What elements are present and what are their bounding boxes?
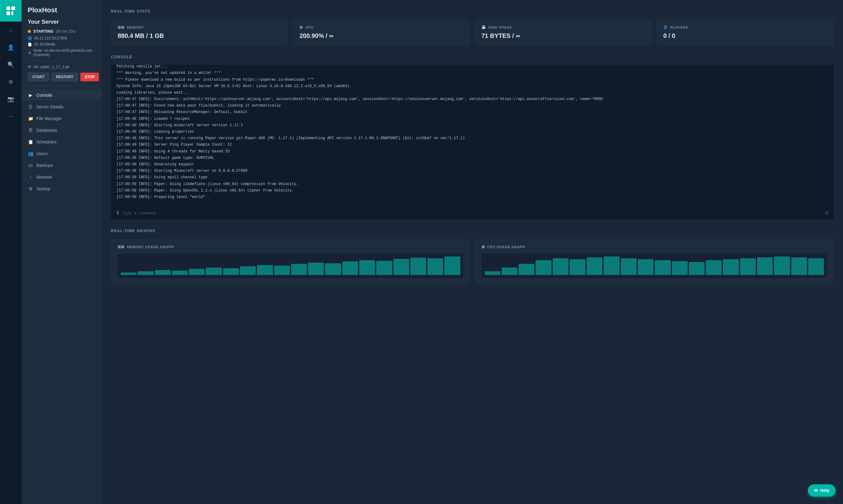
graph-bar — [553, 258, 568, 275]
console-input-row: $ ⧉ — [111, 206, 834, 219]
graph-bar — [257, 265, 273, 275]
nav-home[interactable]: ⌂ — [0, 21, 21, 39]
graph-bar — [359, 260, 375, 275]
memory-value: 880.4 MB / 1 GB — [118, 32, 281, 39]
graph-bar — [723, 259, 739, 275]
server-ip: 66.11.123.50:27809 — [34, 36, 67, 40]
logo[interactable] — [0, 0, 21, 21]
jar-icon: ⚙ — [28, 65, 31, 69]
home-icon: ⌂ — [9, 27, 13, 34]
sidebar-item-backups[interactable]: 🗃 Backups — [21, 160, 102, 171]
graph-bar — [485, 271, 500, 275]
server-id-row: 📄 ID: 67c6fedb — [28, 42, 95, 47]
memory-graph-label: MEMORY USAGE GRAPH — [127, 245, 174, 249]
memory-graph-header: ▦▦ MEMORY USAGE GRAPH — [118, 245, 463, 249]
user-icon: 👤 — [7, 44, 14, 51]
svg-rect-0 — [6, 6, 10, 10]
graph-bar — [444, 256, 460, 275]
main-content: REAL-TIME STATS ▦▦ MEMORY 880.4 MB / 1 G… — [102, 0, 843, 504]
sidebar-item-startup[interactable]: ⚙ Startup — [21, 183, 102, 195]
console-input[interactable] — [122, 211, 822, 216]
sidebar-item-network[interactable]: ↕ Network — [21, 171, 102, 183]
stop-button[interactable]: STOP — [81, 73, 99, 81]
graph-bar — [206, 268, 222, 275]
jar-row: ⚙ Jar: paper_1_17_1.jar — [28, 65, 95, 69]
graph-bar — [519, 264, 534, 275]
graph-bar — [376, 261, 392, 275]
help-icon: ✉ — [814, 488, 818, 493]
svg-rect-2 — [6, 12, 10, 15]
sidebar-header: PloxHost Your Server STARTING (0h 0m 20s… — [21, 0, 102, 86]
graph-bar — [342, 262, 358, 275]
users-icon: 👥 — [28, 151, 33, 156]
server-node-row: 🖥 Node: us-dal-mc-ex59.ploxhost.com (Ext… — [28, 48, 95, 57]
sidebar-item-schedules[interactable]: 📋 Schedules — [21, 136, 102, 148]
players-card: 👤 PLAYERS 0 / 0 — [656, 19, 834, 46]
status-uptime: (0h 0m 20s) — [56, 29, 75, 34]
graph-bar — [535, 260, 551, 275]
sidebar-item-users[interactable]: 👥 Users — [21, 148, 102, 160]
sidebar-item-label: Users — [36, 151, 48, 156]
graph-bar — [587, 257, 602, 275]
console-icon: ▶ — [28, 93, 33, 97]
graph-bar — [121, 272, 137, 275]
action-buttons: START RESTART STOP — [28, 73, 95, 81]
server-node: Node: us-dal-mc-ex59.ploxhost.com (Extre… — [33, 48, 95, 57]
disk-card-header: 💾 DISK SPACE — [481, 25, 645, 29]
nav-settings[interactable]: ⚙ — [0, 73, 21, 91]
id-icon: 📄 — [28, 42, 32, 47]
nav-search[interactable]: 🔍 — [0, 56, 21, 73]
graph-bar — [706, 260, 722, 275]
graph-bar — [791, 257, 807, 275]
graph-bar — [808, 258, 824, 275]
node-icon: 🖥 — [28, 51, 31, 54]
graph-bar — [655, 260, 670, 275]
graph-bar — [223, 268, 239, 275]
graph-bar — [240, 266, 256, 275]
start-button[interactable]: START — [28, 73, 49, 81]
sidebar-item-label: Backups — [36, 163, 53, 168]
sidebar-item-console[interactable]: ▶ Console — [21, 89, 102, 101]
graph-bar — [689, 262, 705, 275]
graph-bar — [638, 259, 653, 275]
icon-nav: ⌂ 👤 🔍 ⚙ 📷 → — [0, 0, 21, 504]
nav-logout[interactable]: → — [0, 108, 21, 125]
server-title: Your Server — [28, 19, 95, 25]
stats-title: REAL-TIME STATS — [111, 9, 834, 14]
cpu-graph-label: CPU USAGE GRAPH — [488, 245, 525, 249]
stats-section: REAL-TIME STATS ▦▦ MEMORY 880.4 MB / 1 G… — [111, 9, 834, 46]
sidebar-item-label: File Manager — [36, 116, 62, 121]
graph-bar — [291, 264, 307, 275]
nav-profile[interactable]: 👤 — [0, 39, 21, 56]
databases-icon: 🗄 — [28, 128, 33, 133]
startup-icon: ⚙ — [28, 186, 33, 191]
backups-icon: 🗃 — [28, 163, 33, 168]
graph-bar — [621, 258, 636, 275]
graph-bar — [410, 258, 426, 275]
cpu-graph-header: ▣ CPU USAGE GRAPH — [481, 245, 827, 249]
graph-bar — [570, 259, 585, 275]
sidebar-item-server-details[interactable]: ☰ Server Details — [21, 101, 102, 113]
nav-camera[interactable]: 📷 — [0, 91, 21, 108]
graph-bar — [155, 270, 171, 275]
help-button[interactable]: ✉ Help — [808, 484, 836, 497]
restart-button[interactable]: RESTART — [51, 73, 78, 81]
schedules-icon: 📋 — [28, 140, 33, 144]
help-label: Help — [820, 488, 829, 493]
memory-graph-icon: ▦▦ — [118, 245, 124, 249]
sidebar-item-file-manager[interactable]: 📁 File Manager — [21, 113, 102, 124]
graph-bar — [774, 256, 790, 275]
server-status-row: STARTING (0h 0m 20s) — [28, 29, 95, 34]
graph-bar — [172, 271, 188, 275]
copy-icon[interactable]: ⧉ — [825, 210, 828, 216]
sidebar-item-databases[interactable]: 🗄 Databases — [21, 124, 102, 136]
cpu-icon: ▣ — [299, 25, 303, 29]
graphs-section: REAL-TIME GRAPHS ▦▦ MEMORY USAGE GRAPH ▣… — [111, 229, 834, 284]
cpu-value: 200.90% / ∞ — [299, 32, 463, 39]
disk-icon: 💾 — [481, 25, 486, 29]
graph-bar — [603, 256, 619, 275]
brand-name: PloxHost — [28, 6, 95, 14]
memory-card: ▦▦ MEMORY 880.4 MB / 1 GB — [111, 19, 288, 46]
graph-bar — [308, 263, 324, 275]
cpu-card-header: ▣ CPU — [299, 25, 463, 29]
